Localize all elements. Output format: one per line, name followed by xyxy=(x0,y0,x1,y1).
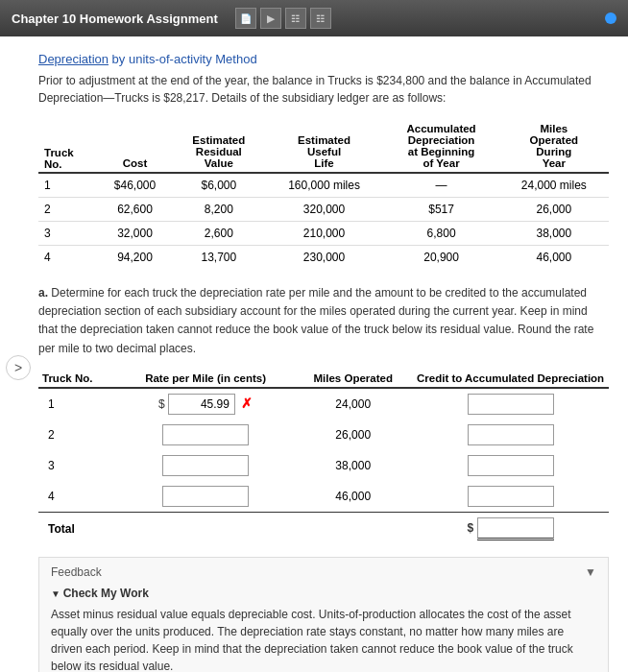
rate-input-1[interactable] xyxy=(162,424,249,445)
useful-cell: 320,000 xyxy=(265,198,384,222)
residual-cell: 8,200 xyxy=(173,198,265,222)
miles-op-cell: 38,000 xyxy=(499,222,609,246)
rate-cell-2 xyxy=(117,450,294,481)
feedback-title: Feedback xyxy=(51,565,102,579)
x-mark-0: ✗ xyxy=(241,396,253,411)
col-accum-dep-header: Accumulated Depreciation at Beginning of… xyxy=(383,120,498,173)
data-table-row: 1 $46,000 $6,000 160,000 miles — 24,000 … xyxy=(38,173,609,198)
data-table-row: 4 94,200 13,700 230,000 20,900 46,000 xyxy=(38,246,609,270)
miles-cell-3: 46,000 xyxy=(294,481,412,513)
col-residual-header: Estimated Residual Value xyxy=(173,120,265,173)
video-icon[interactable]: ▶ xyxy=(260,8,281,29)
answer-table: Truck No. Rate per Mile (in cents) Miles… xyxy=(38,370,609,545)
total-credit-cell: $ xyxy=(412,512,609,545)
col-cost-header: Cost xyxy=(97,120,173,173)
title-text: Chapter 10 Homework Assignment xyxy=(12,12,218,26)
total-row: Total $ xyxy=(38,512,609,545)
answer-col3-header: Miles Operated xyxy=(294,370,412,388)
intro-paragraph: Prior to adjustment at the end of the ye… xyxy=(38,72,609,107)
credit-cell-1 xyxy=(412,420,609,450)
rate-input-2[interactable] xyxy=(162,455,249,476)
cost-cell: $46,000 xyxy=(97,173,173,198)
doc-icon[interactable]: 📄 xyxy=(235,8,256,29)
title-bar-icons: 📄 ▶ ☷ ☷ xyxy=(235,8,331,29)
grid-icon[interactable]: ☷ xyxy=(285,8,306,29)
answer-table-row: 3 38,000 xyxy=(38,450,609,481)
miles-op-cell: 24,000 miles xyxy=(499,173,609,198)
rate-cell-0: $ ✗ xyxy=(117,388,294,420)
credit-input-3[interactable] xyxy=(468,486,554,507)
credit-cell-2 xyxy=(412,450,609,481)
grid2-icon[interactable]: ☷ xyxy=(310,8,331,29)
useful-cell: 210,000 xyxy=(265,222,384,246)
credit-cell-0 xyxy=(412,388,609,420)
col-miles-header: Miles Operated During Year xyxy=(499,120,609,173)
check-my-work-label[interactable]: Check My Work xyxy=(51,587,596,600)
miles-cell-1: 26,000 xyxy=(294,420,412,450)
useful-cell: 160,000 miles xyxy=(265,173,384,198)
residual-cell: 13,700 xyxy=(173,246,265,270)
miles-cell-0: 24,000 xyxy=(294,388,412,420)
col-truck-no-header: Truck No. xyxy=(38,120,97,173)
answer-col1-header: Truck No. xyxy=(38,370,117,388)
feedback-section: Feedback ▼ Check My Work Asset minus res… xyxy=(38,557,609,672)
truck-no-cell: 4 xyxy=(38,246,97,270)
answer-no-cell-1: 2 xyxy=(38,420,117,450)
method-text: by units-of-activity Method xyxy=(109,52,257,66)
answer-no-cell-3: 4 xyxy=(38,481,117,513)
accum-dep-cell: 20,900 xyxy=(383,246,498,270)
subsidiary-ledger-table: Truck No. Cost Estimated Residual Value … xyxy=(38,120,609,269)
answer-table-row: 1 $ ✗ 24,000 xyxy=(38,388,609,420)
main-content: > Depreciation by units-of-activity Meth… xyxy=(0,36,628,672)
accum-dep-cell: 6,800 xyxy=(383,222,498,246)
data-table-row: 2 62,600 8,200 320,000 $517 26,000 xyxy=(38,198,609,222)
question-a-label: a. xyxy=(38,286,48,300)
answer-col2-header: Rate per Mile (in cents) xyxy=(117,370,294,388)
feedback-dropdown-icon[interactable]: ▼ xyxy=(585,565,596,579)
answer-no-cell-0: 1 xyxy=(38,388,117,420)
cost-cell: 32,000 xyxy=(97,222,173,246)
credit-input-0[interactable] xyxy=(468,394,554,415)
total-label: Total xyxy=(38,512,412,545)
nav-arrow-button[interactable]: > xyxy=(6,355,31,380)
useful-cell: 230,000 xyxy=(265,246,384,270)
residual-cell: $6,000 xyxy=(173,173,265,198)
rate-cell-1 xyxy=(117,420,294,450)
credit-cell-3 xyxy=(412,481,609,513)
truck-no-cell: 2 xyxy=(38,198,97,222)
question-a-text: a. Determine for each truck the deprecia… xyxy=(38,284,609,358)
rate-cell-3 xyxy=(117,481,294,513)
truck-no-cell: 1 xyxy=(38,173,97,198)
question-a-body: Determine for each truck the depreciatio… xyxy=(38,286,593,355)
credit-input-1[interactable] xyxy=(468,424,554,445)
feedback-text: Asset minus residual value equals deprec… xyxy=(51,606,596,672)
cost-cell: 94,200 xyxy=(97,246,173,270)
depreciation-link[interactable]: Depreciation xyxy=(38,52,109,66)
section-title: Depreciation by units-of-activity Method xyxy=(38,52,609,66)
residual-cell: 2,600 xyxy=(173,222,265,246)
data-table-row: 3 32,000 2,600 210,000 6,800 38,000 xyxy=(38,222,609,246)
accum-dep-cell: — xyxy=(383,173,498,198)
rate-dollar-0: $ xyxy=(158,397,165,411)
truck-no-cell: 3 xyxy=(38,222,97,246)
answer-no-cell-2: 3 xyxy=(38,450,117,481)
miles-cell-2: 38,000 xyxy=(294,450,412,481)
accum-dep-cell: $517 xyxy=(383,198,498,222)
answer-table-row: 4 46,000 xyxy=(38,481,609,513)
answer-table-row: 2 26,000 xyxy=(38,420,609,450)
rate-input-3[interactable] xyxy=(162,486,249,507)
miles-op-cell: 26,000 xyxy=(499,198,609,222)
blue-dot-indicator xyxy=(605,12,616,24)
feedback-header: Feedback ▼ xyxy=(51,565,596,579)
miles-op-cell: 46,000 xyxy=(499,246,609,270)
rate-input-0[interactable] xyxy=(168,394,235,415)
total-dollar-sign: $ xyxy=(468,521,474,535)
answer-col4-header: Credit to Accumulated Depreciation xyxy=(412,370,609,388)
col-useful-header: Estimated Useful Life xyxy=(265,120,384,173)
credit-input-2[interactable] xyxy=(468,455,554,476)
title-bar: Chapter 10 Homework Assignment 📄 ▶ ☷ ☷ xyxy=(0,0,628,36)
total-credit-input[interactable] xyxy=(477,517,554,540)
cost-cell: 62,600 xyxy=(97,198,173,222)
